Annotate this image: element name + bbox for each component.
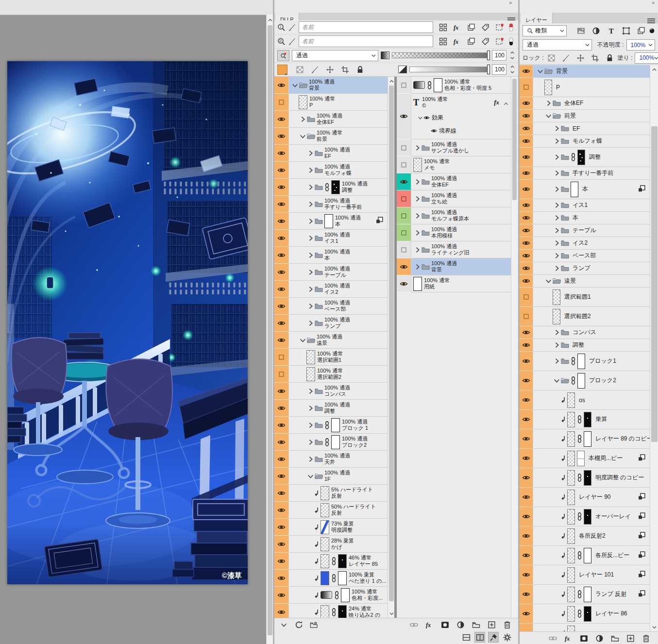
effect-visibility-icon[interactable] [431, 128, 437, 134]
scroll-up-icon[interactable] [267, 17, 273, 23]
expand-icon[interactable] [413, 144, 422, 152]
expand-icon[interactable] [553, 341, 561, 349]
adjustment-button[interactable] [455, 619, 466, 630]
lock-icon[interactable] [356, 66, 364, 74]
folder-settings-icon[interactable] [310, 621, 318, 629]
search-filter-button[interactable] [277, 50, 289, 61]
visibility-toggle[interactable] [274, 383, 289, 400]
visibility-toggle[interactable] [520, 546, 533, 565]
fx-button[interactable]: fx [452, 36, 462, 47]
opacity-gradient-icon[interactable] [381, 51, 389, 59]
expand-icon[interactable] [306, 438, 315, 446]
visibility-toggle[interactable] [520, 390, 533, 410]
collapse-icon[interactable] [544, 112, 553, 120]
dllp-left-scrollbar[interactable] [388, 77, 395, 618]
duplicate-icon[interactable] [467, 37, 475, 46]
layer-thumbnail[interactable] [567, 490, 575, 505]
expand-icon[interactable] [553, 239, 561, 247]
visibility-toggle[interactable] [520, 212, 533, 224]
expand-icon[interactable] [413, 263, 422, 271]
expand-icon[interactable] [553, 169, 561, 177]
split-vertical-button[interactable] [474, 632, 485, 643]
link-icon[interactable] [549, 634, 557, 643]
layer-row[interactable]: 100% 通過天井 [274, 451, 388, 468]
visibility-toggle[interactable] [397, 258, 411, 275]
fill-slider[interactable] [409, 67, 489, 72]
visibility-toggle[interactable] [520, 148, 533, 167]
layer-row[interactable]: ランプ 反射 [520, 585, 650, 604]
layer-mask-icon[interactable] [441, 621, 449, 629]
effect-row[interactable]: 効果 [411, 111, 511, 124]
panel-menu-icon[interactable] [647, 17, 655, 23]
layer-thumbnail[interactable] [567, 528, 575, 544]
layer-row[interactable]: 100% 通過1F [274, 468, 388, 485]
visibility-toggle[interactable] [520, 199, 533, 212]
fill-stepper[interactable] [509, 64, 515, 75]
trash-button[interactable] [641, 633, 651, 644]
visibility-toggle[interactable] [274, 94, 289, 111]
expand-icon[interactable] [553, 153, 561, 161]
image-button[interactable] [575, 25, 586, 36]
visibility-toggle[interactable] [520, 250, 533, 262]
new-layer-icon[interactable] [488, 621, 496, 629]
layer-search-input-2[interactable] [299, 35, 433, 47]
layer-thumbnail[interactable] [338, 605, 347, 618]
expand-icon[interactable] [413, 229, 422, 237]
thumbnail-grid-button[interactable] [438, 36, 448, 47]
new-layer-icon[interactable] [626, 634, 635, 643]
visibility-toggle[interactable] [520, 624, 533, 631]
tag-button[interactable] [480, 36, 490, 47]
brush-icon[interactable] [288, 23, 296, 32]
visibility-toggle[interactable] [520, 78, 533, 97]
layer-row[interactable]: オーバーレイ [520, 507, 650, 526]
layer-thumbnail[interactable] [331, 435, 340, 449]
expand-icon[interactable] [306, 387, 315, 395]
visibility-toggle[interactable] [274, 315, 289, 332]
expand-icon[interactable] [306, 149, 315, 157]
fx-icon[interactable]: fx [425, 621, 434, 629]
move-button[interactable] [575, 52, 586, 63]
layer-thumbnail[interactable] [584, 587, 591, 602]
layers-scrollbar[interactable] [650, 65, 658, 631]
visibility-toggle[interactable] [274, 179, 289, 196]
visibility-toggle[interactable] [520, 65, 533, 78]
folder-settings-button[interactable] [308, 619, 319, 630]
move-icon[interactable] [576, 54, 585, 62]
layer-thumbnail[interactable] [584, 509, 591, 525]
visibility-toggle[interactable] [274, 247, 289, 264]
layer-thumbnail[interactable] [434, 78, 442, 92]
layer-row[interactable]: 100% 通過モルフォ蝶 [274, 162, 388, 179]
collapse-icon[interactable] [291, 81, 299, 89]
thumbnail-grid-icon[interactable] [439, 23, 447, 32]
visibility-toggle[interactable] [520, 507, 533, 526]
scroll-up-icon[interactable] [650, 66, 658, 73]
layer-row[interactable]: 50% ハードライト反射 [274, 502, 388, 519]
expand-icon[interactable] [413, 212, 422, 220]
visibility-toggle[interactable] [520, 167, 533, 180]
visibility-toggle[interactable] [274, 298, 289, 315]
link-icon[interactable] [410, 621, 418, 629]
opacity-slider[interactable] [392, 52, 489, 58]
layer-thumbnail[interactable] [577, 354, 585, 369]
visibility-toggle[interactable] [520, 488, 533, 507]
marquee-icon[interactable] [495, 37, 504, 46]
layer-thumbnail[interactable] [584, 606, 591, 622]
expand-icon[interactable] [306, 200, 315, 208]
mag2-icon[interactable]: II [277, 37, 286, 46]
layer-row[interactable]: 100% 通過遠景 [274, 332, 388, 349]
visibility-toggle[interactable] [520, 237, 533, 250]
visibility-toggle[interactable] [520, 429, 533, 449]
move-icon[interactable] [326, 66, 334, 74]
layer-thumbnail[interactable] [577, 373, 585, 389]
layer-mask-button[interactable] [439, 619, 450, 630]
tag-button[interactable] [480, 22, 490, 33]
layer-thumbnail[interactable] [567, 626, 575, 632]
visibility-toggle[interactable] [274, 587, 289, 604]
visibility-toggle[interactable] [397, 156, 411, 173]
visibility-toggle[interactable] [520, 449, 533, 468]
visibility-toggle[interactable] [397, 224, 411, 241]
layer-thumbnail[interactable] [577, 451, 585, 466]
visibility-toggle[interactable] [397, 190, 411, 207]
layer-thumbnail[interactable] [321, 520, 329, 534]
layer-row[interactable]: ベース部 [520, 250, 650, 262]
